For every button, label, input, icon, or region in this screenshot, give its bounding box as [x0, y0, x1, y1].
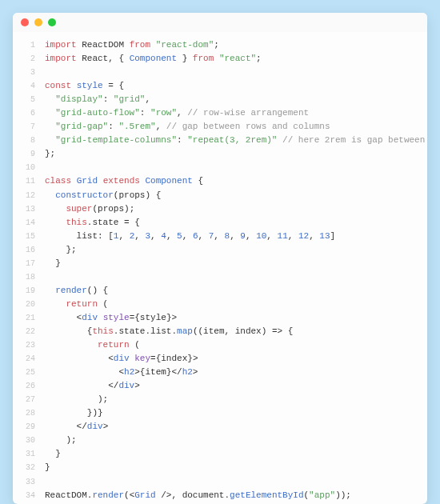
code-content [45, 161, 50, 174]
code-content: constructor(props) { [45, 189, 161, 202]
line-number: 6 [13, 107, 45, 120]
line-number: 7 [13, 121, 45, 134]
line-number: 1 [13, 39, 45, 52]
line-number: 4 [13, 80, 45, 93]
code-content: "display": "grid", [45, 93, 150, 106]
line-number: 29 [13, 421, 45, 434]
code-line: 31 } [13, 447, 427, 461]
code-line: 17 } [13, 257, 427, 270]
code-line: 13 super(props); [13, 202, 427, 216]
line-number: 30 [13, 434, 45, 447]
line-number: 11 [13, 175, 45, 188]
code-line: 24 <div key={index}> [13, 352, 427, 366]
line-number: 26 [13, 380, 45, 393]
line-number: 32 [13, 462, 45, 474]
line-number: 19 [13, 285, 45, 298]
code-content: {this.state.list.map((item, index) => { [45, 325, 293, 338]
line-number: 16 [13, 244, 45, 257]
code-content [45, 475, 50, 489]
code-line: 21 <div style={style}> [13, 311, 427, 325]
code-content: class Grid extends Component { [45, 174, 203, 188]
code-line: 30 ); [13, 434, 427, 447]
code-content: "grid-gap": ".5rem", // gap between rows… [45, 120, 330, 134]
line-number: 18 [13, 271, 45, 284]
code-content: return ( [45, 298, 108, 311]
code-content [45, 270, 50, 284]
minimize-icon[interactable] [34, 18, 42, 26]
code-line: 28 })} [13, 406, 427, 420]
code-line: 12 constructor(props) { [13, 189, 427, 202]
code-content: <h2>{item}</h2> [45, 366, 198, 379]
code-content: "grid-template-columns": "repeat(3, 2rem… [45, 134, 427, 147]
code-line: 19 render() { [13, 284, 427, 298]
line-number: 23 [13, 339, 45, 352]
code-content: const style = { [45, 79, 124, 93]
line-number: 24 [13, 353, 45, 366]
code-line: 29 </div> [13, 420, 427, 434]
line-number: 17 [13, 258, 45, 270]
code-content: return ( [45, 338, 140, 352]
code-line: 20 return ( [13, 298, 427, 311]
code-content: </div> [45, 379, 140, 393]
code-line: 23 return ( [13, 338, 427, 352]
code-line: 6 "grid-auto-flow": "row", // row-wise a… [13, 106, 427, 120]
code-content: </div> [45, 420, 108, 434]
line-number: 8 [13, 134, 45, 147]
code-content: ReactDOM.render(<Grid />, document.getEl… [45, 489, 351, 502]
code-line: 32} [13, 461, 427, 474]
code-content [45, 66, 50, 79]
zoom-icon[interactable] [48, 18, 56, 26]
line-number: 25 [13, 366, 45, 379]
code-line: 14 this.state = { [13, 216, 427, 230]
code-content: <div style={style}> [45, 311, 177, 325]
code-line: 7 "grid-gap": ".5rem", // gap between ro… [13, 120, 427, 134]
code-line: 15 list: [1, 2, 3, 4, 5, 6, 7, 8, 9, 10,… [13, 230, 427, 243]
code-line: 11class Grid extends Component { [13, 174, 427, 188]
line-number: 33 [13, 476, 45, 489]
line-number: 21 [13, 312, 45, 325]
line-number: 3 [13, 66, 45, 79]
code-line: 25 <h2>{item}</h2> [13, 366, 427, 379]
code-content: ); [45, 393, 108, 406]
line-number: 22 [13, 326, 45, 338]
code-line: 26 </div> [13, 379, 427, 393]
code-content: }; [45, 243, 77, 257]
code-content: this.state = { [45, 216, 140, 230]
code-line: 16 }; [13, 243, 427, 257]
line-number: 28 [13, 407, 45, 420]
code-line: 22 {this.state.list.map((item, index) =>… [13, 325, 427, 338]
code-line: 3 [13, 66, 427, 79]
line-number: 2 [13, 53, 45, 66]
line-number: 14 [13, 217, 45, 230]
code-content: render() { [45, 284, 108, 298]
code-line: 33 [13, 475, 427, 489]
code-content: })} [45, 406, 103, 420]
code-content: "grid-auto-flow": "row", // row-wise arr… [45, 106, 309, 120]
line-number: 9 [13, 148, 45, 161]
code-line: 8 "grid-template-columns": "repeat(3, 2r… [13, 134, 427, 147]
code-line: 34ReactDOM.render(<Grid />, document.get… [13, 489, 427, 502]
code-line: 9}; [13, 147, 427, 161]
code-content: } [45, 257, 61, 270]
code-content: }; [45, 147, 55, 161]
line-number: 13 [13, 203, 45, 216]
code-line: 10 [13, 161, 427, 174]
code-content: } [45, 461, 50, 474]
line-number: 27 [13, 394, 45, 406]
titlebar [13, 13, 427, 32]
line-number: 31 [13, 448, 45, 461]
code-line: 18 [13, 270, 427, 284]
code-content: super(props); [45, 202, 134, 216]
code-line: 1import ReactDOM from "react-dom"; [13, 38, 427, 52]
code-content: import ReactDOM from "react-dom"; [45, 38, 219, 52]
code-editor[interactable]: 1import ReactDOM from "react-dom";2impor… [13, 32, 427, 504]
code-line: 5 "display": "grid", [13, 93, 427, 106]
close-icon[interactable] [21, 18, 29, 26]
code-content: <div key={index}> [45, 352, 198, 366]
code-content: import React, { Component } from "react"… [45, 52, 262, 66]
code-window: 1import ReactDOM from "react-dom";2impor… [13, 13, 427, 504]
code-content: ); [45, 434, 77, 447]
code-content: list: [1, 2, 3, 4, 5, 6, 7, 8, 9, 10, 11… [45, 230, 335, 243]
code-line: 4const style = { [13, 79, 427, 93]
line-number: 5 [13, 94, 45, 106]
